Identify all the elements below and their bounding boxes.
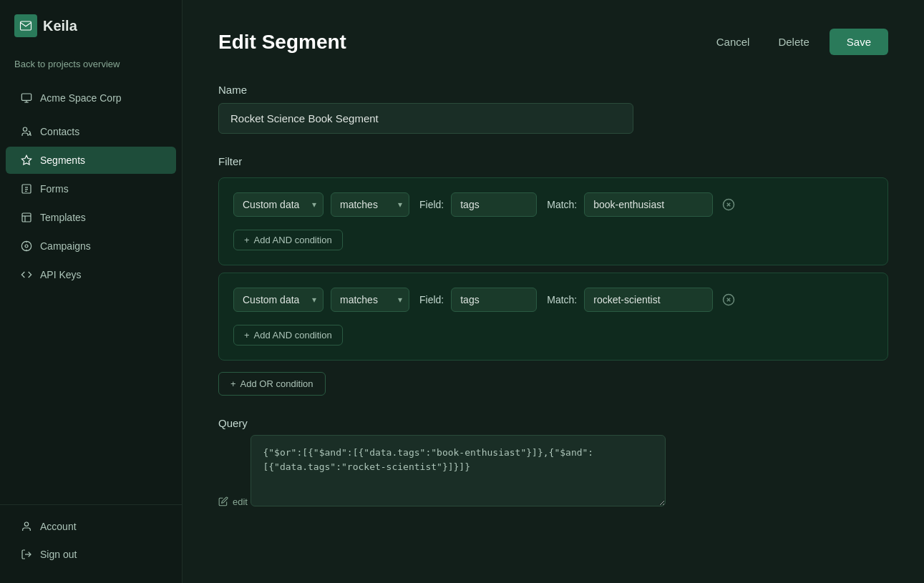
sidebar-item-sign-out[interactable]: Sign out [6, 541, 176, 568]
query-edit-button[interactable]: edit [218, 496, 248, 507]
filter-section: Filter Custom data Email First name Last… [218, 155, 888, 396]
save-button[interactable]: Save [830, 29, 888, 55]
main-content: Edit Segment Cancel Delete Save Name Fil… [183, 0, 924, 583]
type-select-wrapper-1: Custom data Email First name Last name ▾ [233, 192, 324, 217]
svg-point-17 [24, 522, 28, 526]
sidebar-item-templates[interactable]: Templates [6, 204, 176, 231]
type-select-1[interactable]: Custom data Email First name Last name [233, 192, 324, 217]
remove-condition-2[interactable] [720, 291, 737, 308]
logo[interactable]: Keila [0, 14, 182, 59]
sidebar: Keila Back to projects overview Acme Spa… [0, 0, 183, 583]
templates-icon [20, 211, 33, 224]
plus-icon-2: + [244, 330, 250, 341]
sidebar-item-account[interactable]: Account [6, 513, 176, 540]
filter-container: Custom data Email First name Last name ▾… [218, 177, 888, 396]
type-select-wrapper-2: Custom data Email First name Last name ▾ [233, 288, 324, 312]
query-textarea[interactable]: {"$or":[{"$and":[{"data.tags":"book-enth… [251, 435, 666, 506]
match-input-2[interactable] [584, 288, 713, 312]
sidebar-item-forms[interactable]: Forms [6, 175, 176, 202]
svg-marker-5 [21, 155, 31, 165]
name-input[interactable] [218, 103, 633, 134]
svg-rect-1 [21, 94, 31, 100]
svg-rect-10 [22, 213, 31, 222]
sidebar-item-project[interactable]: Acme Space Corp [6, 84, 176, 112]
sidebar-bottom: Account Sign out [0, 504, 182, 569]
sidebar-item-api-keys[interactable]: API Keys [6, 261, 176, 288]
name-section: Name [218, 84, 888, 155]
filter-row-2-1: Custom data Email First name Last name ▾… [233, 288, 873, 312]
add-and-condition-1[interactable]: + Add AND condition [233, 230, 343, 250]
operator-select-wrapper-2: matches contains starts with ends with i… [331, 288, 409, 312]
field-label-1: Field: [419, 199, 444, 210]
add-or-condition[interactable]: + Add OR condition [218, 372, 326, 396]
campaigns-icon [20, 240, 33, 253]
svg-rect-6 [22, 185, 31, 193]
query-label: Query [218, 417, 888, 429]
delete-button[interactable]: Delete [769, 30, 817, 54]
remove-condition-1[interactable] [720, 196, 737, 213]
account-icon [20, 520, 33, 533]
contacts-icon [20, 125, 33, 138]
sidebar-item-segments[interactable]: Segments [6, 147, 176, 174]
operator-select-2[interactable]: matches contains starts with ends with i… [331, 288, 409, 312]
field-input-1[interactable] [451, 192, 537, 217]
match-label-1: Match: [547, 199, 577, 210]
segments-icon [20, 154, 33, 167]
svg-rect-0 [21, 21, 31, 30]
match-label-2: Match: [547, 294, 577, 305]
operator-select-1[interactable]: matches contains starts with ends with i… [331, 192, 409, 217]
plus-icon-1: + [244, 235, 250, 245]
field-input-2[interactable] [451, 288, 537, 312]
monitor-icon [20, 92, 33, 104]
operator-select-wrapper-1: matches contains starts with ends with i… [331, 192, 409, 217]
query-section: Query edit {"$or":[{"$and":[{"data.tags"… [218, 417, 888, 514]
logo-icon [14, 14, 37, 37]
filter-group-2: Custom data Email First name Last name ▾… [218, 273, 888, 361]
name-label: Name [218, 84, 888, 96]
svg-point-13 [21, 241, 31, 250]
plus-icon-or: + [230, 378, 236, 389]
filter-label: Filter [218, 155, 888, 167]
api-keys-icon [20, 268, 33, 281]
type-select-2[interactable]: Custom data Email First name Last name [233, 288, 324, 312]
page-title: Edit Segment [218, 31, 346, 54]
filter-row-1-1: Custom data Email First name Last name ▾… [233, 192, 873, 217]
sidebar-nav: Contacts Segments Forms [0, 117, 182, 504]
sign-out-icon [20, 548, 33, 561]
svg-point-4 [23, 127, 26, 131]
header-actions: Cancel Delete Save [708, 29, 888, 55]
page-header: Edit Segment Cancel Delete Save [218, 29, 888, 55]
forms-icon [20, 182, 33, 195]
svg-point-14 [25, 245, 28, 248]
add-and-condition-2[interactable]: + Add AND condition [233, 325, 343, 346]
match-input-1[interactable] [584, 192, 713, 217]
field-label-2: Field: [419, 294, 444, 305]
cancel-button[interactable]: Cancel [708, 30, 759, 54]
sidebar-item-contacts[interactable]: Contacts [6, 118, 176, 145]
back-to-projects[interactable]: Back to projects overview [0, 59, 182, 84]
sidebar-item-campaigns[interactable]: Campaigns [6, 232, 176, 260]
filter-group-1: Custom data Email First name Last name ▾… [218, 177, 888, 265]
